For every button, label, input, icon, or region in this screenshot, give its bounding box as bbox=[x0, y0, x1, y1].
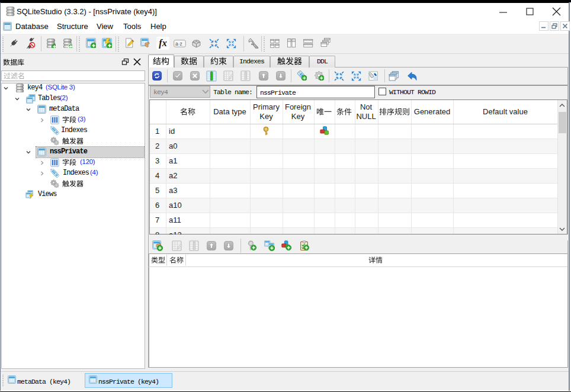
svg-text:a·z: a·z bbox=[175, 41, 182, 47]
